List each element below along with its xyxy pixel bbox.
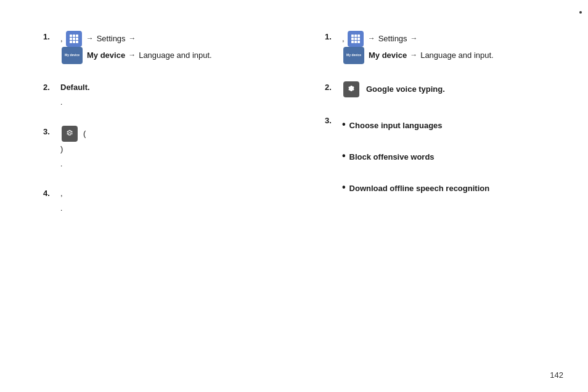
right-step-1-line2: My device My device → Language and input… [342, 47, 563, 64]
default-text: Default. [60, 81, 90, 94]
step3-paren-open: ( [83, 128, 86, 141]
step-1-line1: , [60, 31, 269, 47]
gear-icon-right [343, 81, 359, 97]
svg-rect-14 [357, 38, 360, 40]
right-apps-icon [348, 31, 364, 47]
bullet-list: • Choose input languages • Block offensi… [342, 120, 563, 195]
svg-rect-6 [70, 41, 72, 43]
right-arrow-1c: → [410, 49, 417, 61]
language-input-left: Language and input. [139, 49, 212, 62]
right-mydevice-label: My device [369, 49, 407, 62]
svg-rect-9 [351, 35, 354, 37]
right-step-1-line1: , [342, 31, 563, 47]
step-number-3: 3. [43, 126, 60, 136]
right-language-input: Language and input. [420, 49, 494, 62]
svg-rect-3 [70, 38, 72, 40]
left-step-1: 1. , [43, 31, 269, 64]
bullet-item-1: • Choose input languages [342, 120, 563, 133]
gear-icon-left [62, 126, 78, 142]
step3-paren-close: ) [60, 144, 63, 153]
svg-rect-12 [351, 38, 354, 40]
step-3-content: ( ) . [60, 126, 269, 170]
bullet-item-3: • Download offline speech recognition [342, 182, 563, 195]
apps-icon [66, 31, 82, 47]
arrow-1b: → [129, 33, 136, 44]
right-arrow-1b: → [410, 33, 418, 44]
page-number: 142 [550, 370, 563, 380]
mydevice-label-left: My device [87, 49, 125, 62]
right-step-3-content: • Choose input languages • Block offensi… [342, 115, 563, 213]
right-step-2: 2. Google voice typing. [325, 81, 563, 97]
right-step-1-content: , [342, 31, 563, 64]
settings-text-1: Settings [97, 33, 126, 46]
left-step-4: 4. , . [43, 187, 269, 214]
right-step-2-line: Google voice typing. [342, 81, 563, 97]
svg-rect-11 [357, 35, 360, 37]
svg-rect-7 [73, 41, 75, 43]
bullet-dot-3: • [342, 182, 346, 192]
bullet-text-1: Choose input languages [349, 120, 443, 133]
right-step-3: 3. • Choose input languages • Block offe… [325, 115, 563, 213]
bullet-item-2: • Block offensive words [342, 151, 563, 164]
right-settings-text: Settings [378, 33, 407, 46]
svg-rect-13 [354, 38, 357, 40]
svg-rect-15 [351, 41, 354, 43]
svg-rect-5 [76, 38, 78, 40]
mydevice-icon-left: My device [62, 47, 83, 64]
right-step-number-2: 2. [325, 81, 342, 92]
step-1-line2: My device My device → Language and input… [60, 47, 269, 64]
right-step-1: 1. , [325, 31, 563, 64]
right-mydevice-icon: My device [343, 47, 364, 64]
svg-rect-2 [76, 35, 78, 37]
svg-rect-0 [70, 35, 72, 37]
bullet-dot-1: • [342, 120, 346, 129]
left-step-3: 3. ( ) . [43, 126, 269, 170]
right-step-number-3: 3. [325, 115, 342, 125]
svg-rect-16 [354, 41, 357, 43]
step-3-line: ( [60, 126, 269, 142]
right-column: 1. , [294, 0, 588, 392]
right-step2-text: Google voice typing. [366, 83, 445, 96]
step1-comma: , [60, 33, 63, 46]
bullet-text-2: Block offensive words [349, 151, 435, 164]
top-dot [579, 11, 582, 14]
right-step1-comma: , [342, 33, 345, 46]
svg-rect-1 [73, 35, 75, 37]
arrow-1c: → [128, 49, 136, 61]
step-3-subtext: . [60, 158, 269, 170]
step-4-subtext: . [60, 203, 269, 214]
right-step-number-1: 1. [325, 31, 342, 41]
step-2-line: Default. [60, 81, 269, 94]
step-1-content: , [60, 31, 269, 64]
svg-rect-10 [354, 35, 357, 37]
left-column: 1. , [0, 0, 294, 392]
right-arrow-1a: → [368, 33, 375, 44]
bullet-text-3: Download offline speech recognition [349, 182, 490, 195]
svg-rect-17 [357, 41, 360, 43]
step-2-content: Default. . [60, 81, 269, 108]
step-2-subtext: . [60, 97, 269, 108]
right-step-2-content: Google voice typing. [342, 81, 563, 97]
step4-text: , [60, 187, 63, 200]
svg-rect-4 [73, 38, 75, 40]
step-3-line2: ) [60, 143, 269, 156]
step-4-line: , [60, 187, 269, 200]
step-4-content: , . [60, 187, 269, 214]
svg-rect-8 [76, 41, 78, 43]
step-number-1: 1. [43, 31, 60, 41]
step-number-4: 4. [43, 187, 60, 198]
arrow-1a: → [86, 33, 94, 44]
left-step-2: 2. Default. . [43, 81, 269, 108]
bullet-dot-2: • [342, 151, 346, 161]
step-number-2: 2. [43, 81, 60, 92]
page-container: 1. , [0, 0, 588, 392]
